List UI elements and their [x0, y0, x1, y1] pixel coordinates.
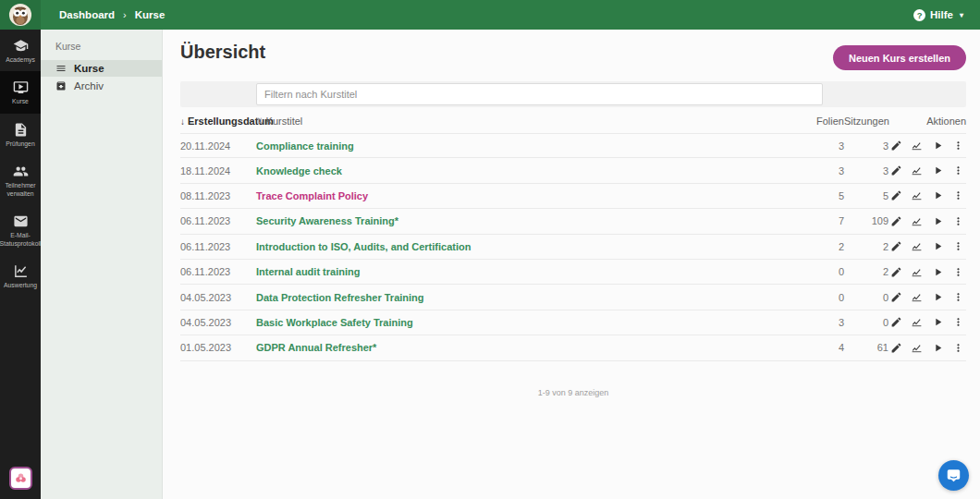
sidebar-item-pruefungen[interactable]: Prüfungen	[0, 114, 41, 155]
play-icon[interactable]	[930, 289, 946, 306]
course-folien-count: 0	[789, 292, 844, 303]
statistics-icon[interactable]	[909, 263, 925, 280]
sidebar-item-email-statusprotokoll[interactable]: E-Mail-Statusprotokoll	[0, 205, 41, 255]
chat-widget-button[interactable]	[938, 460, 969, 491]
list-icon	[55, 63, 67, 74]
edit-icon[interactable]	[888, 339, 904, 356]
table-row: 20.11.2024 Compliance training 3 3	[180, 133, 966, 158]
course-sitzungen-count: 3	[844, 165, 888, 176]
help-menu[interactable]: ? Hilfe ▾	[913, 9, 963, 21]
document-icon	[13, 122, 29, 138]
edit-icon[interactable]	[888, 213, 904, 229]
play-icon[interactable]	[930, 339, 946, 356]
subsidebar-caption: Kurse	[41, 30, 162, 60]
course-folien-count: 7	[789, 215, 844, 226]
statistics-icon[interactable]	[909, 314, 925, 331]
play-icon[interactable]	[930, 263, 946, 280]
play-icon[interactable]	[930, 238, 946, 255]
play-icon[interactable]	[930, 314, 946, 331]
course-title-link[interactable]: GDPR Annual Refresher*	[256, 342, 789, 353]
more-options-icon[interactable]	[950, 289, 966, 306]
table-row: 06.11.2023 Internal audit training 0 2	[180, 260, 966, 285]
more-options-icon[interactable]	[950, 163, 966, 179]
table-header: ↓ Erstellungsdatum ⇅ Kurstitel Folien Si…	[180, 109, 966, 133]
edit-icon[interactable]	[888, 289, 904, 306]
course-sitzungen-count: 5	[844, 190, 888, 201]
chat-bubble-icon	[946, 468, 962, 483]
more-options-icon[interactable]	[950, 138, 966, 154]
course-title-link[interactable]: Introduction to ISO, Audits, and Certifi…	[256, 241, 789, 252]
flower-logo-button[interactable]	[9, 467, 32, 490]
more-options-icon[interactable]	[950, 314, 966, 331]
course-date: 06.11.2023	[180, 241, 256, 252]
course-actions	[888, 263, 966, 280]
course-actions	[888, 238, 966, 255]
create-course-button[interactable]: Neuen Kurs erstellen	[833, 45, 966, 70]
breadcrumb-separator: ›	[123, 9, 127, 20]
play-icon[interactable]	[930, 138, 946, 154]
column-header-sitzungen: Sitzungen	[844, 116, 888, 127]
edit-icon[interactable]	[888, 188, 904, 204]
edit-icon[interactable]	[888, 314, 904, 331]
course-title-link[interactable]: Data Protection Refresher Training	[256, 292, 789, 303]
edit-icon[interactable]	[888, 138, 904, 154]
sidebar-item-kurse[interactable]: Kurse	[0, 71, 41, 113]
course-folien-count: 0	[789, 266, 844, 277]
more-options-icon[interactable]	[950, 238, 966, 255]
statistics-icon[interactable]	[909, 163, 925, 179]
subsidebar-item-kurse[interactable]: Kurse	[41, 60, 162, 77]
table-row: 18.11.2024 Knowledge check 3 3	[180, 158, 966, 183]
statistics-icon[interactable]	[909, 339, 925, 356]
primary-sidebar: Academys Kurse Prüfungen Teilnehmer verw…	[0, 30, 41, 499]
more-options-icon[interactable]	[950, 188, 966, 204]
app-logo[interactable]	[0, 0, 41, 30]
course-sitzungen-count: 109	[844, 215, 888, 226]
more-options-icon[interactable]	[950, 213, 966, 229]
statistics-icon[interactable]	[909, 213, 925, 229]
statistics-icon[interactable]	[909, 289, 925, 306]
course-actions	[888, 339, 966, 356]
sidebar-item-label: Auswertung	[4, 282, 37, 289]
table-row: 04.05.2023 Data Protection Refresher Tra…	[180, 285, 966, 310]
course-title-link[interactable]: Basic Workplace Safety Training	[256, 317, 789, 328]
sidebar-item-label: Prüfungen	[6, 140, 34, 148]
statistics-icon[interactable]	[909, 138, 925, 154]
edit-icon[interactable]	[888, 163, 904, 179]
course-title-link[interactable]: Internal audit training	[256, 266, 789, 277]
column-header-kurstitel[interactable]: ⇅ Kurstitel	[256, 116, 789, 127]
more-options-icon[interactable]	[950, 263, 966, 280]
edit-icon[interactable]	[888, 238, 904, 255]
filter-bar	[180, 81, 966, 107]
statistics-icon[interactable]	[909, 238, 925, 255]
column-header-erstellungsdatum[interactable]: ↓ Erstellungsdatum	[180, 116, 256, 127]
column-header-folien: Folien	[789, 116, 844, 127]
play-icon[interactable]	[930, 163, 946, 179]
sidebar-item-teilnehmer[interactable]: Teilnehmer verwalten	[0, 155, 41, 205]
course-title-link[interactable]: Security Awareness Training*	[256, 215, 789, 226]
breadcrumb-dashboard[interactable]: Dashboard	[59, 9, 115, 20]
play-icon[interactable]	[930, 188, 946, 204]
course-date: 06.11.2023	[180, 266, 256, 277]
edit-icon[interactable]	[888, 263, 904, 280]
sidebar-item-label: E-Mail-Statusprotokoll	[0, 232, 41, 248]
more-options-icon[interactable]	[950, 339, 966, 356]
course-title-link[interactable]: Trace Complaint Policy	[256, 190, 789, 201]
column-header-aktionen: Aktionen	[888, 116, 966, 127]
breadcrumb: Dashboard › Kurse	[59, 9, 165, 20]
course-title-link[interactable]: Compliance training	[256, 140, 789, 152]
people-icon	[13, 164, 29, 179]
breadcrumb-kurse[interactable]: Kurse	[135, 9, 165, 20]
subsidebar-item-archiv[interactable]: Archiv	[41, 78, 162, 94]
course-title-link[interactable]: Knowledge check	[256, 165, 789, 176]
sidebar-item-academys[interactable]: Academys	[0, 30, 41, 71]
sidebar-item-auswertung[interactable]: Auswertung	[0, 255, 41, 297]
course-folien-count: 5	[789, 190, 844, 201]
secondary-sidebar: Kurse Kurse Archiv	[41, 30, 163, 499]
table-row: 06.11.2023 Introduction to ISO, Audits, …	[180, 235, 966, 260]
archive-icon	[55, 80, 67, 91]
table-row: 06.11.2023 Security Awareness Training* …	[180, 209, 966, 234]
column-label: Kurstitel	[266, 116, 303, 127]
play-icon[interactable]	[930, 213, 946, 229]
course-filter-input[interactable]	[256, 83, 823, 105]
statistics-icon[interactable]	[909, 188, 925, 204]
